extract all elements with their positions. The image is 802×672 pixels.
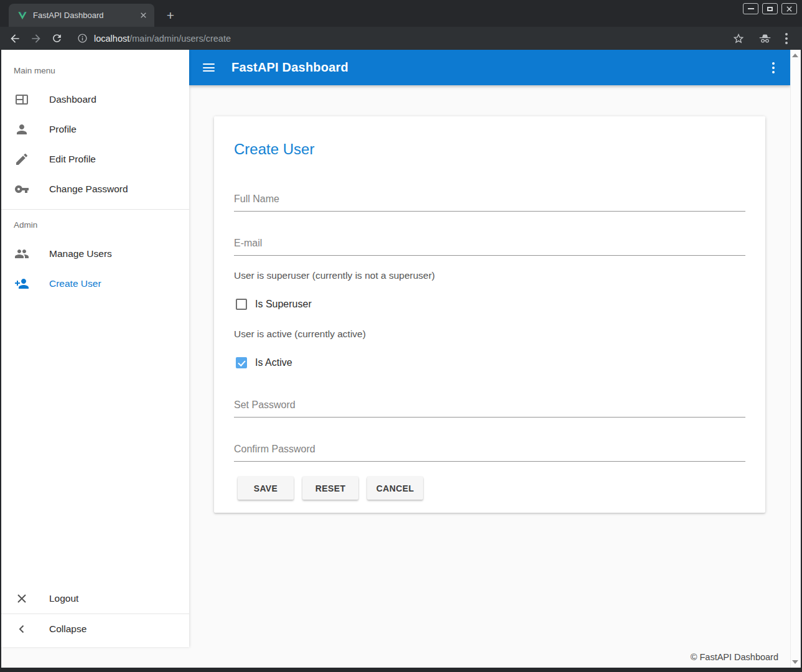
confirm-password-input[interactable] bbox=[234, 444, 745, 462]
save-button[interactable]: SAVE bbox=[238, 477, 294, 500]
url-field[interactable]: localhost/main/admin/users/create bbox=[77, 33, 732, 44]
active-checkbox-label: Is Active bbox=[255, 357, 292, 368]
sidebar-item-change-password[interactable]: Change Password bbox=[1, 174, 189, 204]
close-button[interactable] bbox=[781, 3, 797, 14]
superuser-checkbox-row[interactable]: Is Superuser bbox=[236, 299, 745, 310]
reset-button[interactable]: RESET bbox=[302, 477, 358, 500]
maximize-button[interactable] bbox=[762, 3, 778, 14]
sidebar-item-collapse[interactable]: Collapse bbox=[1, 614, 189, 644]
sidebar-item-edit-profile[interactable]: Edit Profile bbox=[1, 144, 189, 174]
incognito-icon bbox=[758, 32, 771, 45]
minimize-button[interactable] bbox=[743, 3, 758, 14]
form-actions: SAVE RESET CANCEL bbox=[238, 477, 745, 500]
active-checkbox[interactable] bbox=[236, 357, 247, 368]
email-input[interactable] bbox=[234, 238, 745, 256]
tab-title: FastAPI Dashboard bbox=[33, 11, 138, 20]
toolbar-kebab-icon[interactable] bbox=[772, 62, 775, 73]
cancel-button[interactable]: CANCEL bbox=[367, 477, 423, 500]
copyright-text: © FastAPI Dashboard bbox=[691, 652, 778, 662]
sidebar-item-label: Manage Users bbox=[49, 248, 112, 259]
sidebar-item-label: Change Password bbox=[49, 184, 128, 195]
sidebar-item-profile[interactable]: Profile bbox=[1, 114, 189, 144]
active-hint: User is active (currently active) bbox=[234, 329, 745, 340]
sidebar-section-main-menu: Main menu bbox=[14, 50, 189, 75]
vertical-scrollbar[interactable] bbox=[790, 50, 799, 668]
group-icon bbox=[14, 246, 29, 261]
pencil-icon bbox=[14, 152, 29, 167]
browser-menu-kebab-icon[interactable] bbox=[785, 32, 788, 45]
sidebar-item-label: Create User bbox=[49, 278, 101, 289]
sidebar-divider bbox=[1, 209, 189, 210]
app-title: FastAPI Dashboard bbox=[231, 60, 348, 75]
app-toolbar: FastAPI Dashboard bbox=[189, 50, 791, 85]
sidebar-item-logout[interactable]: Logout bbox=[1, 584, 189, 614]
reload-icon[interactable] bbox=[51, 32, 63, 45]
sidebar-item-dashboard[interactable]: Dashboard bbox=[1, 85, 189, 114]
hamburger-menu-icon[interactable] bbox=[203, 63, 215, 72]
window-controls bbox=[743, 3, 797, 14]
tab-close-icon[interactable] bbox=[138, 11, 148, 21]
create-user-card: Create User User is superuser (currently… bbox=[214, 116, 765, 513]
superuser-checkbox[interactable] bbox=[236, 299, 247, 310]
browser-window: FastAPI Dashboard + localh bbox=[0, 0, 802, 672]
close-icon bbox=[14, 591, 29, 606]
browser-titlebar: FastAPI Dashboard + bbox=[0, 0, 802, 27]
forward-icon[interactable] bbox=[30, 32, 42, 45]
close-icon bbox=[786, 6, 793, 12]
url-host: localhost bbox=[94, 34, 129, 44]
sidebar-nav: Main menu Dashboard Profile Edit Profile bbox=[1, 50, 189, 647]
new-tab-button[interactable]: + bbox=[163, 8, 178, 23]
sidebar-item-label: Profile bbox=[49, 124, 77, 135]
sidebar-item-create-user[interactable]: Create User bbox=[1, 269, 189, 299]
full-name-input[interactable] bbox=[234, 194, 745, 212]
scroll-down-icon[interactable] bbox=[792, 660, 798, 664]
browser-tab[interactable]: FastAPI Dashboard bbox=[9, 4, 154, 27]
minimize-icon bbox=[748, 8, 754, 9]
sidebar-item-manage-users[interactable]: Manage Users bbox=[1, 239, 189, 269]
superuser-checkbox-label: Is Superuser bbox=[255, 299, 312, 310]
sidebar-item-label: Dashboard bbox=[49, 94, 96, 105]
key-icon bbox=[14, 182, 29, 197]
sidebar-item-label: Collapse bbox=[49, 623, 86, 635]
superuser-hint: User is superuser (currently is not a su… bbox=[234, 270, 745, 281]
page-footer: © FastAPI Dashboard bbox=[1, 647, 791, 668]
sidebar-bottom: Logout Collapse bbox=[1, 584, 189, 644]
sidebar-item-label: Logout bbox=[49, 593, 78, 604]
maximize-icon bbox=[767, 7, 773, 11]
vue-favicon-icon bbox=[17, 11, 27, 21]
back-icon[interactable] bbox=[9, 32, 21, 45]
dashboard-icon bbox=[14, 92, 29, 107]
url-path: /main/admin/users/create bbox=[129, 34, 231, 44]
chevron-left-icon bbox=[14, 622, 29, 637]
active-checkbox-row[interactable]: Is Active bbox=[236, 357, 745, 368]
page-viewport: FastAPI Dashboard Main menu Dashboard Pr… bbox=[1, 50, 801, 668]
set-password-input[interactable] bbox=[234, 399, 745, 418]
page-info-icon[interactable] bbox=[77, 33, 88, 44]
page-title: Create User bbox=[234, 142, 745, 157]
browser-addressbar: localhost/main/admin/users/create bbox=[0, 27, 802, 50]
scroll-up-icon[interactable] bbox=[792, 54, 798, 57]
bookmark-star-icon[interactable] bbox=[732, 32, 745, 45]
person-icon bbox=[14, 122, 29, 137]
url-text: localhost/main/admin/users/create bbox=[94, 34, 231, 44]
person-add-icon bbox=[14, 276, 29, 291]
sidebar-item-label: Edit Profile bbox=[49, 154, 96, 165]
sidebar-section-admin: Admin bbox=[14, 220, 189, 230]
